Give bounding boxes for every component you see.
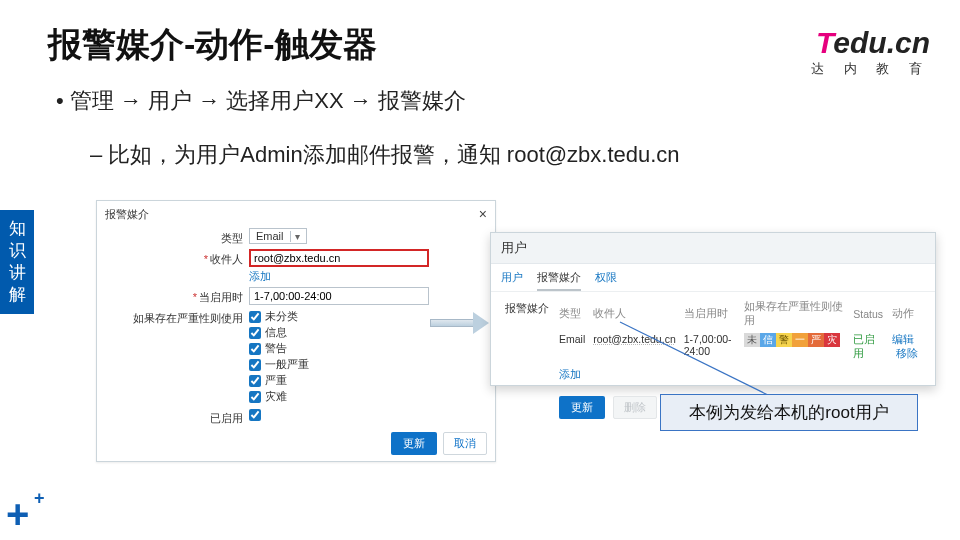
severity-option: 警告 (265, 341, 287, 356)
tab-2[interactable]: 权限 (595, 270, 617, 291)
remove-link[interactable]: 移除 (896, 347, 918, 359)
severity-checkbox[interactable] (249, 391, 261, 403)
edit-link[interactable]: 编辑 (892, 333, 914, 345)
arrow-icon (430, 314, 490, 332)
side-tab: 知识讲解 (0, 210, 34, 314)
severity-option: 严重 (265, 373, 287, 388)
severity-checkbox[interactable] (249, 327, 261, 339)
add-recipient-link[interactable]: 添加 (249, 269, 271, 284)
severity-option: 灾难 (265, 389, 287, 404)
cell-status: 已启用 (849, 331, 888, 363)
add-media-link[interactable]: 添加 (559, 367, 581, 382)
severity-label: 如果存在严重性则使用 (97, 308, 249, 326)
recipient-label: 收件人 (97, 249, 249, 267)
type-value: Email (252, 229, 290, 243)
logo-sub: 达 内 教 育 (811, 60, 930, 78)
recipient-input[interactable] (249, 249, 429, 267)
col-header: 当启用时 (680, 300, 740, 331)
type-select[interactable]: Email ▾ (249, 228, 307, 244)
col-header: 如果存在严重性则使用 (740, 300, 849, 331)
logo-t: T (816, 26, 833, 59)
col-header: Status (849, 300, 888, 331)
col-header: 收件人 (589, 300, 679, 331)
callout-connector (650, 332, 790, 402)
severity-checkbox[interactable] (249, 311, 261, 323)
tabs: 用户报警媒介权限 (491, 264, 935, 292)
enable-time-label: 当启用时 (97, 287, 249, 305)
slide-title: 报警媒介-动作-触发器 (48, 22, 377, 68)
severity-option: 未分类 (265, 309, 298, 324)
plus-icon: ++ (6, 494, 29, 534)
col-header: 类型 (555, 300, 589, 331)
severity-chip: 一 (792, 333, 808, 347)
chevron-down-icon: ▾ (290, 231, 304, 242)
cancel-button[interactable]: 取消 (443, 432, 487, 455)
update-button[interactable]: 更新 (391, 432, 437, 455)
type-label: 类型 (97, 228, 249, 246)
severity-option: 一般严重 (265, 357, 309, 372)
user-update-button[interactable]: 更新 (559, 396, 605, 419)
severity-checkbox[interactable] (249, 359, 261, 371)
cell-type: Email (555, 331, 589, 363)
cell-actions: 编辑 移除 (888, 331, 925, 363)
tab-1[interactable]: 报警媒介 (537, 270, 581, 291)
dialog-header: 报警媒介 (105, 207, 149, 222)
severity-chip: 灾 (824, 333, 840, 347)
enabled-checkbox[interactable] (249, 409, 261, 421)
severity-chip: 严 (808, 333, 824, 347)
logo-rest: edu.cn (833, 26, 930, 59)
brand-logo: Tedu.cn 达 内 教 育 (811, 28, 930, 78)
breadcrumb-subbullet: 比如，为用户Admin添加邮件报警，通知 root@zbx.tedu.cn (90, 140, 680, 170)
severity-checkbox[interactable] (249, 343, 261, 355)
enabled-label: 已启用 (97, 408, 249, 426)
user-window-title: 用户 (491, 233, 935, 264)
enable-time-input[interactable] (249, 287, 429, 305)
media-side-label: 报警媒介 (501, 300, 555, 316)
severity-options: 未分类信息警告一般严重严重灾难 (249, 308, 309, 405)
severity-checkbox[interactable] (249, 375, 261, 387)
close-icon[interactable]: × (479, 207, 487, 222)
tab-0[interactable]: 用户 (501, 270, 523, 291)
severity-option: 信息 (265, 325, 287, 340)
breadcrumb-bullet: 管理 → 用户 → 选择用户XX → 报警媒介 (56, 86, 466, 116)
callout-box: 本例为发给本机的root用户 (660, 394, 918, 431)
col-header: 动作 (888, 300, 925, 331)
